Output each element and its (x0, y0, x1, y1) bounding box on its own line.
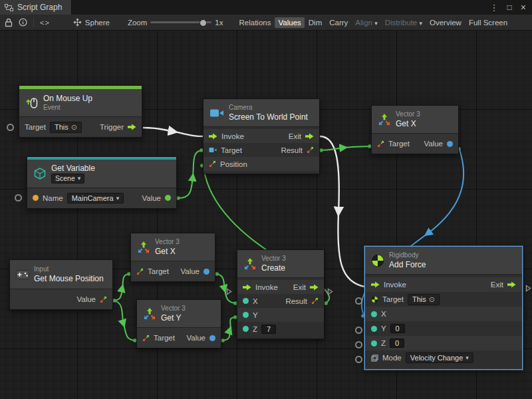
value-row: Value (10, 289, 112, 309)
y-row: Y (237, 308, 324, 322)
node-get-mouse-position[interactable]: Input Get Mouse Position Value (9, 259, 113, 310)
node-add-force[interactable]: Rigidbody Add Force Invoke Exit Target T… (364, 246, 523, 370)
x-input-port[interactable] (243, 298, 249, 304)
vector3-icon (137, 241, 150, 254)
node-kind: Vector 3 (155, 238, 180, 246)
tab-script-graph[interactable]: Script Graph (0, 0, 72, 15)
y-label: Y (381, 325, 386, 332)
full-screen-button[interactable]: Full Screen (466, 17, 511, 28)
object-picker-icon[interactable]: ⊙ (71, 123, 77, 132)
zoom-slider-handle[interactable] (200, 19, 207, 27)
rigidbody-mini-icon[interactable] (371, 296, 378, 303)
carry-button[interactable]: Carry (326, 17, 351, 28)
variable-scope-dropdown[interactable]: Scene ▾ (51, 174, 84, 184)
invoke-label: Invoke (384, 281, 406, 289)
overview-button[interactable]: Overview (426, 17, 465, 28)
y-input-port[interactable] (371, 326, 377, 332)
distribute-button[interactable]: Distribute ▾ (382, 17, 426, 28)
mode-icon[interactable] (371, 354, 378, 362)
node-screen-to-world-point[interactable]: Camera Screen To World Point Invoke Exit… (203, 98, 320, 174)
node-get-y[interactable]: Vector 3 Get Y Target Value (136, 299, 221, 348)
vector-port-icon[interactable] (100, 296, 107, 303)
chevron-down-icon: ▾ (466, 354, 469, 361)
values-button[interactable]: Values (275, 17, 304, 28)
dim-button[interactable]: Dim (305, 17, 325, 28)
name-value-row: Name MainCamera ▾ Value (27, 188, 176, 208)
add-force-y-external-port[interactable] (355, 327, 362, 334)
node-title: Add Force (389, 260, 426, 269)
node-get-variable[interactable]: Get Variable Scene ▾ Name MainCamera ▾ V… (27, 156, 177, 209)
chevron-down-icon: ▾ (78, 175, 81, 182)
flow-port-icon[interactable] (128, 124, 136, 130)
vector-port-icon[interactable] (142, 334, 150, 342)
vector-port-icon[interactable] (311, 297, 319, 305)
relations-button[interactable]: Relations (236, 17, 275, 28)
node-get-x-mid[interactable]: Vector 3 Get X Target Value (130, 233, 215, 282)
target-label: Target (148, 267, 169, 275)
node-kind: Vector 3 (396, 110, 420, 118)
lock-icon[interactable] (5, 18, 13, 27)
x-label: X (381, 310, 386, 318)
add-force-target-external-port[interactable] (355, 297, 362, 305)
position-label: Position (220, 160, 247, 168)
info-icon[interactable] (19, 18, 27, 27)
on-mouse-up-external-port[interactable] (7, 124, 14, 131)
flow-in-port-icon[interactable] (243, 284, 251, 291)
node-kind: Event (43, 104, 92, 112)
z-input-port[interactable] (243, 326, 249, 332)
exit-label: Exit (293, 283, 306, 291)
vector3-icon (143, 307, 156, 321)
name-input-port[interactable] (33, 195, 39, 201)
z-input-port[interactable] (371, 340, 377, 346)
value-output-port[interactable] (165, 195, 171, 201)
add-force-z-external-port[interactable] (355, 341, 362, 348)
graph-owner[interactable]: Sphere (73, 18, 110, 27)
node-kind: Rigidbody (389, 251, 426, 259)
target-object-field[interactable]: This ⊙ (50, 122, 82, 133)
z-value-field[interactable]: 0 (390, 338, 404, 348)
create-exit-external-port[interactable] (327, 286, 333, 298)
value-label: Value (180, 267, 200, 275)
window-menu-icon[interactable]: ⋮ (490, 3, 499, 13)
align-button[interactable]: Align ▾ (352, 17, 380, 28)
add-force-exit-external-port[interactable] (525, 283, 531, 295)
node-vector3-create[interactable]: Vector 3 Create Invoke Exit X Result Y Z… (237, 249, 325, 339)
mode-dropdown[interactable]: Velocity Change ▾ (406, 352, 473, 363)
vector-port-icon[interactable] (307, 146, 314, 154)
target-value-row: Target Value (137, 328, 221, 348)
y-input-port[interactable] (243, 312, 249, 318)
node-title: Get X (155, 247, 180, 256)
code-view-icon[interactable]: <> (40, 19, 50, 27)
flow-out-port-icon[interactable] (310, 284, 319, 291)
object-picker-icon[interactable]: ⊙ (429, 295, 435, 304)
node-get-x-top[interactable]: Vector 3 Get X Target Value (371, 105, 459, 154)
close-icon[interactable]: × (521, 2, 526, 13)
variable-name-dropdown[interactable]: MainCamera ▾ (67, 193, 124, 203)
node-on-mouse-up[interactable]: On Mouse Up Event Target This ⊙ Trigger (19, 85, 142, 138)
value-output-port[interactable] (209, 335, 215, 341)
invoke-label: Invoke (255, 283, 278, 291)
flow-in-port-icon[interactable] (209, 133, 217, 140)
x-input-port[interactable] (371, 311, 377, 317)
flow-out-port-icon[interactable] (507, 281, 516, 288)
y-value-field[interactable]: 0 (390, 324, 405, 333)
target-value-row: Target Value (131, 261, 215, 281)
add-force-mode-external-port[interactable] (355, 356, 362, 363)
zoom-value: 1x (215, 19, 223, 27)
maximize-icon[interactable]: □ (507, 3, 512, 12)
get-variable-external-port[interactable] (15, 194, 22, 201)
target-object-field[interactable]: This ⊙ (408, 294, 440, 305)
camera-mini-icon[interactable] (209, 147, 217, 153)
vector-port-icon[interactable] (209, 160, 216, 168)
vector-port-icon[interactable] (377, 140, 384, 148)
z-value-field[interactable]: 7 (261, 325, 276, 334)
vector-port-icon[interactable] (136, 268, 144, 275)
target-value-row: Target Value (372, 134, 458, 154)
value-output-port[interactable] (447, 141, 453, 147)
value-output-port[interactable] (203, 269, 209, 275)
create-invoke-external-port[interactable] (226, 286, 232, 298)
vector3-icon (378, 113, 391, 126)
flow-in-port-icon[interactable] (371, 281, 380, 288)
zoom-slider[interactable] (150, 19, 211, 27)
flow-out-port-icon[interactable] (305, 133, 314, 140)
